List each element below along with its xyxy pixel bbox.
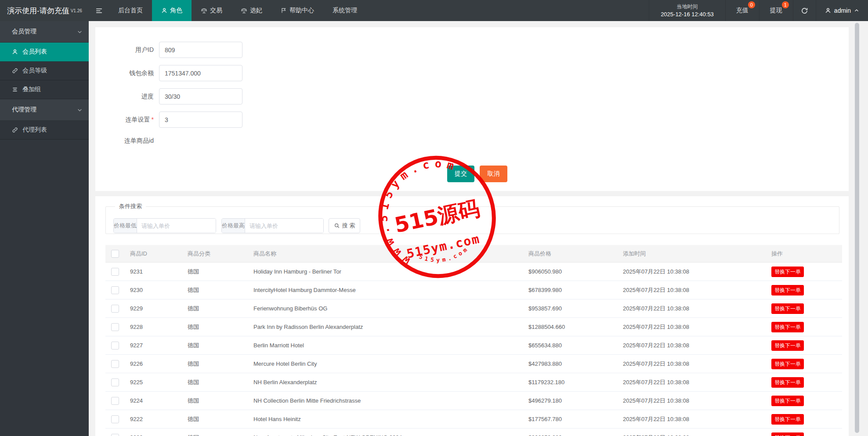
row-checkbox[interactable] [111,378,119,386]
user-id-field[interactable] [159,42,242,58]
sidebar-item-stack-group[interactable]: 叠加组 [0,80,89,99]
row-checkbox[interactable] [111,305,119,313]
sidebar-item-member-list[interactable]: 会员列表 [0,43,89,61]
user-icon [161,7,167,14]
replace-next-order-button[interactable]: 替换下一单 [771,396,804,406]
replace-next-order-button[interactable]: 替换下一单 [771,432,804,436]
sidebar-group-member[interactable]: 会员管理 [0,21,89,43]
table-row: 9226德国Mercure Hotel Berlin City$427983.8… [105,355,842,373]
cancel-button[interactable]: 取消 [480,166,507,182]
cell-category: 德国 [188,410,199,429]
main-menu: 后台首页 角色 交易 选妃 帮助中心 系统管理 [109,0,366,21]
wallet-balance-label: 钱包余额 [95,65,154,81]
row-checkbox[interactable] [111,268,119,276]
replace-next-order-button[interactable]: 替换下一单 [771,377,804,388]
user-icon [12,49,18,55]
row-checkbox[interactable] [111,434,119,436]
menu-item-dashboard[interactable]: 后台首页 [109,0,152,21]
cell-category: 德国 [188,263,199,281]
menu-item-trade[interactable]: 交易 [192,0,231,21]
sidebar-item-agent-list[interactable]: 代理列表 [0,121,89,140]
top-navbar: 演示使用-请勿充值V1.26 后台首页 角色 交易 选妃 帮助中心 系统管理 当… [0,0,868,21]
withdraw-button[interactable]: 提现 1 [759,0,793,21]
price-max-group: 价格最高 [221,218,324,233]
row-checkbox[interactable] [111,342,119,350]
cell-product-id: 9222 [130,410,143,429]
search-button[interactable]: 搜 索 [329,218,360,233]
flag-icon [281,7,287,14]
recharge-button[interactable]: 充值 0 [725,0,759,21]
menu-item-system[interactable]: 系统管理 [323,0,366,21]
cell-add-time: 2025年07月22日 10:38:08 [623,299,689,318]
vertical-scrollbar[interactable] [855,23,859,433]
replace-next-order-button[interactable]: 替换下一单 [771,285,804,295]
chain-order-setting-field[interactable] [159,112,242,128]
sidebar-group-agent[interactable]: 代理管理 [0,99,89,121]
cell-price: $655634.880 [528,336,562,355]
header-product-id: 商品ID [130,245,147,263]
progress-label: 进度 [95,88,154,104]
search-icon [334,223,340,229]
cell-price: $906050.980 [528,429,562,436]
cell-product-id: 9223 [130,429,143,436]
withdraw-badge: 1 [782,1,789,8]
replace-next-order-button[interactable]: 替换下一单 [771,303,804,314]
cell-product-name: Hotel Hans Heinitz [253,410,301,429]
refresh-icon [801,7,808,14]
cell-category: 德国 [188,355,199,373]
table-header: 商品ID 商品分类 商品名称 商品价格 添加时间 操作 [105,245,842,263]
table-row: 9225德国NH Berlin Alexanderplatz$1179232.1… [105,373,842,392]
price-max-input[interactable] [245,219,324,233]
replace-next-order-button[interactable]: 替换下一单 [771,414,804,425]
row-checkbox[interactable] [111,397,119,405]
cell-product-name: IntercityHotel Hamburg Dammtor-Messe [253,281,356,299]
user-id-label: 用户ID [95,42,154,58]
progress-field[interactable] [159,88,242,104]
cell-add-time: 2025年07月22日 10:38:08 [623,410,689,429]
sidebar-item-member-level[interactable]: 会员等级 [0,61,89,80]
recharge-badge: 0 [748,1,755,8]
row-checkbox[interactable] [111,323,119,331]
table-row: 9231德国Holiday Inn Hamburg - Berliner Tor… [105,263,842,281]
cell-price: $953857.690 [528,299,562,318]
menu-item-select[interactable]: 选妃 [231,0,271,21]
cell-add-time: 2025年07月22日 10:38:08 [623,318,689,336]
cell-product-id: 9230 [130,281,143,299]
cell-product-name: Ferienwohnung Biberhüs OG [253,299,327,318]
row-checkbox[interactable] [111,415,119,423]
replace-next-order-button[interactable]: 替换下一单 [771,322,804,332]
price-min-input[interactable] [137,219,216,233]
local-time-label: 当地时间 [677,3,698,11]
header-category: 商品分类 [188,245,210,263]
scales-icon [241,7,247,14]
cell-product-id: 9231 [130,263,143,281]
header-action: 操作 [771,245,783,263]
search-fieldset: 条件搜索 价格最低 价格最高 搜 索 [105,206,839,234]
refresh-button[interactable] [793,0,816,21]
cell-add-time: 2025年07月22日 10:38:08 [623,336,689,355]
cell-price: $427983.880 [528,355,562,373]
cell-add-time: 2025年07月22日 10:38:08 [623,263,689,281]
row-checkbox[interactable] [111,286,119,294]
cell-category: 德国 [188,281,199,299]
chevron-down-icon [77,107,83,113]
menu-item-help[interactable]: 帮助中心 [271,0,323,21]
table-row: 9222德国Hotel Hans Heinitz$177567.7802025年… [105,410,842,429]
replace-next-order-button[interactable]: 替换下一单 [771,340,804,351]
replace-next-order-button[interactable]: 替换下一单 [771,359,804,369]
chain-product-id-label: 连单商品id [95,133,154,149]
sidebar-collapse-button[interactable] [89,0,109,21]
scales-icon [201,7,207,14]
cell-price: $906050.980 [528,263,562,281]
cell-price: $496279.180 [528,392,562,410]
row-checkbox[interactable] [111,360,119,368]
select-all-checkbox[interactable] [111,250,119,258]
cell-product-id: 9226 [130,355,143,373]
header-price: 商品价格 [528,245,551,263]
user-menu[interactable]: admin [816,0,868,21]
submit-button[interactable]: 提交 [447,166,474,182]
menu-item-role[interactable]: 角色 [152,0,192,21]
search-legend: 条件搜索 [115,202,146,210]
replace-next-order-button[interactable]: 替换下一单 [771,267,804,277]
wallet-balance-field[interactable] [159,65,242,81]
